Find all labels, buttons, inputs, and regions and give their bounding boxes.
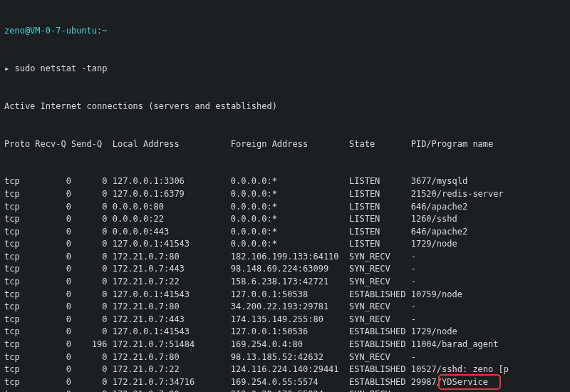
cell-pid: - — [411, 314, 416, 326]
table-body: tcp00 127.0.0.1:33060.0.0.0:*LISTEN3677/… — [4, 175, 566, 392]
cell-sendq: 196 — [71, 339, 108, 351]
cell-proto: tcp — [4, 263, 35, 276]
header-sendq: Send-Q — [71, 138, 108, 151]
cell-local: 127.0.0.1:41543 — [113, 289, 231, 301]
cell-proto: tcp — [4, 314, 35, 326]
cell-foreign: 212.0.39.170:55924 — [231, 388, 349, 392]
cell-state: SYN_RECV — [349, 388, 411, 392]
header-row: ProtoRecv-QSend-Q Local AddressForeign A… — [4, 138, 566, 151]
cell-state: ESTABLISHED — [349, 363, 411, 376]
cell-proto: tcp — [4, 376, 35, 389]
cell-sendq: 0 — [71, 314, 108, 326]
cell-local: 127.0.0.1:41543 — [113, 238, 231, 251]
cell-state: ESTABLISHED — [349, 339, 411, 351]
cell-sendq: 0 — [71, 289, 108, 301]
cell-pid: 10759/node — [411, 289, 462, 301]
table-row: tcp00 172.21.0.7:34716169.254.0.55:5574E… — [4, 376, 566, 389]
table-row: tcp00 127.0.0.1:63790.0.0.0:*LISTEN21520… — [4, 188, 566, 201]
cell-state: LISTEN — [349, 238, 411, 251]
cell-proto: tcp — [4, 351, 35, 364]
header-foreign: Foreign Address — [231, 138, 349, 151]
cell-state: SYN_RECV — [349, 314, 411, 326]
cell-recvq: 0 — [35, 251, 71, 264]
cell-recvq: 0 — [35, 376, 71, 389]
cell-recvq: 0 — [35, 363, 71, 376]
cell-local: 172.21.0.7:51484 — [113, 339, 231, 351]
cell-local: 172.21.0.7:80 — [113, 251, 231, 264]
cell-recvq: 0 — [35, 388, 71, 392]
header-proto: Proto — [4, 138, 35, 151]
banner-line: Active Internet connections (servers and… — [4, 100, 566, 113]
cell-pid: 646/apache2 — [411, 226, 467, 239]
cell-foreign: 127.0.0.1:50536 — [231, 326, 349, 339]
cell-proto: tcp — [4, 301, 35, 314]
cell-recvq: 0 — [35, 301, 71, 314]
cell-state: ESTABLISHED — [349, 326, 411, 339]
cell-foreign: 124.116.224.140:29441 — [231, 363, 349, 376]
cell-recvq: 0 — [35, 238, 71, 251]
cell-local: 172.21.0.7:80 — [113, 351, 231, 364]
cell-proto: tcp — [4, 363, 35, 376]
cell-pid: - — [411, 251, 416, 264]
cell-foreign: 0.0.0.0:* — [231, 175, 349, 188]
header-local: Local Address — [113, 138, 231, 151]
cell-proto: tcp — [4, 388, 35, 392]
cell-state: SYN_RECV — [349, 251, 411, 264]
cell-local: 172.21.0.7:443 — [113, 263, 231, 276]
cell-state: LISTEN — [349, 201, 411, 214]
table-row: tcp00 127.0.0.1:41543127.0.0.1:50536ESTA… — [4, 326, 566, 339]
cell-foreign: 127.0.0.1:50538 — [231, 289, 349, 301]
cell-foreign: 98.13.185.52:42632 — [231, 351, 349, 364]
cell-state: SYN_RECV — [349, 351, 411, 364]
prompt-path: ~ — [102, 26, 107, 36]
table-row: tcp00 0.0.0.0:220.0.0.0:*LISTEN1260/sshd — [4, 213, 566, 226]
cell-pid: 3677/mysqld — [411, 175, 467, 188]
cell-foreign: 34.200.22.193:29781 — [231, 301, 349, 314]
cell-state: SYN_RECV — [349, 301, 411, 314]
cell-local: 172.21.0.7:80 — [113, 388, 231, 392]
cell-recvq: 0 — [35, 213, 71, 226]
cell-state: SYN_RECV — [349, 263, 411, 276]
cell-recvq: 0 — [35, 226, 71, 239]
cell-pid: - — [411, 301, 416, 314]
header-state: State — [349, 138, 411, 151]
terminal[interactable]: zeno@VM-0-7-ubuntu:~ ▸ sudo netstat -tan… — [0, 0, 570, 392]
cell-foreign: 169.254.0.4:80 — [231, 339, 349, 351]
cell-foreign: 158.6.238.173:42721 — [231, 276, 349, 289]
cell-sendq: 0 — [71, 326, 108, 339]
cell-foreign: 98.148.69.224:63099 — [231, 263, 349, 276]
cell-local: 172.21.0.7:22 — [113, 276, 231, 289]
cell-state: SYN_RECV — [349, 276, 411, 289]
cell-pid: - — [411, 351, 416, 364]
cell-foreign: 0.0.0.0:* — [231, 226, 349, 239]
cell-recvq: 0 — [35, 188, 71, 201]
table-row: tcp00 0.0.0.0:4430.0.0.0:*LISTEN646/apac… — [4, 226, 566, 239]
cell-recvq: 0 — [35, 175, 71, 188]
table-row: tcp00 172.21.0.7:22124.116.224.140:29441… — [4, 363, 566, 376]
cell-local: 0.0.0.0:22 — [113, 213, 231, 226]
cell-state: ESTABLISHED — [349, 376, 411, 389]
cell-proto: tcp — [4, 251, 35, 264]
table-row: tcp00 0.0.0.0:800.0.0.0:*LISTEN646/apach… — [4, 201, 566, 214]
cell-proto: tcp — [4, 289, 35, 301]
cell-pid: 1729/node — [411, 326, 457, 339]
table-row: tcp00 172.21.0.7:443174.135.149.255:80SY… — [4, 314, 566, 326]
cell-foreign: 0.0.0.0:* — [231, 213, 349, 226]
cell-proto: tcp — [4, 276, 35, 289]
cell-pid: 21520/redis-server — [411, 188, 504, 201]
cell-pid: 11004/barad_agent — [411, 339, 499, 351]
cell-sendq: 0 — [71, 238, 108, 251]
cell-sendq: 0 — [71, 276, 108, 289]
cell-pid: 1729/node — [411, 238, 457, 251]
cell-pid: 10527/sshd: zeno [p — [411, 363, 509, 376]
table-row: tcp00 172.21.0.7:8034.200.22.193:29781SY… — [4, 301, 566, 314]
cell-sendq: 0 — [71, 263, 108, 276]
cell-proto: tcp — [4, 188, 35, 201]
cell-proto: tcp — [4, 326, 35, 339]
cell-local: 172.21.0.7:22 — [113, 363, 231, 376]
cell-recvq: 0 — [35, 289, 71, 301]
command-line: ▸ sudo netstat -tanp — [4, 63, 566, 76]
cell-pid: - — [411, 388, 416, 392]
cell-local: 172.21.0.7:80 — [113, 301, 231, 314]
cell-foreign: 0.0.0.0:* — [231, 188, 349, 201]
